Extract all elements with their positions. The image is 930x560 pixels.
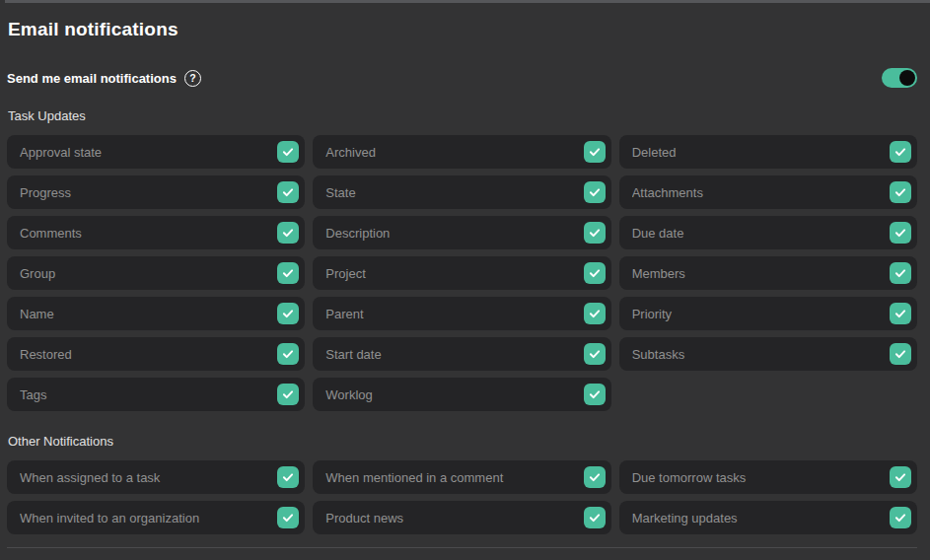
option-label: Group (20, 266, 277, 281)
option-label: When invited to an organization (20, 511, 277, 525)
checkbox-checked[interactable] (277, 222, 299, 244)
notification-option-row[interactable]: Tags (7, 378, 305, 411)
checkmark-icon (894, 511, 907, 525)
notification-option-row[interactable]: When mentioned in a comment (313, 460, 610, 494)
checkmark-icon (281, 511, 295, 525)
checkmark-icon (894, 185, 907, 199)
bottom-divider (7, 547, 917, 548)
section-label-other-notifications: Other Notifications (8, 434, 917, 449)
notification-option-row[interactable]: Deleted (619, 135, 917, 169)
notification-option-row[interactable]: Name (7, 297, 305, 330)
checkbox-checked[interactable] (584, 303, 606, 324)
notification-option-row[interactable]: When assigned to a task (7, 460, 305, 494)
checkmark-icon (281, 470, 295, 484)
checkbox-checked[interactable] (277, 141, 299, 163)
section-label-task-updates: Task Updates (8, 108, 917, 123)
checkbox-checked[interactable] (584, 343, 606, 365)
checkbox-checked[interactable] (277, 303, 299, 324)
checkbox-checked[interactable] (277, 384, 299, 405)
notification-option-row[interactable]: Worklog (313, 378, 610, 411)
option-label: When mentioned in a comment (325, 470, 583, 485)
notification-option-row[interactable]: Approval state (7, 135, 305, 169)
checkbox-checked[interactable] (584, 466, 606, 488)
option-label: Deleted (632, 145, 890, 160)
help-icon[interactable]: ? (184, 70, 201, 87)
option-label: Worklog (325, 387, 583, 402)
option-label: Tags (20, 387, 277, 402)
notification-option-row[interactable]: Priority (619, 297, 917, 330)
notification-option-row[interactable]: When invited to an organization (7, 501, 305, 534)
checkmark-icon (281, 226, 295, 240)
notification-option-row[interactable]: Restored (7, 337, 305, 371)
checkbox-checked[interactable] (890, 141, 911, 163)
other-notifications-grid: When assigned to a task When mentioned i… (7, 460, 917, 534)
notification-option-row[interactable]: Comments (7, 216, 305, 249)
checkbox-checked[interactable] (890, 507, 911, 528)
notification-option-row[interactable]: Due date (619, 216, 917, 249)
notification-option-row[interactable]: Parent (313, 297, 610, 330)
checkmark-icon (894, 226, 907, 240)
checkbox-checked[interactable] (890, 343, 911, 365)
checkmark-icon (281, 307, 295, 320)
checkbox-checked[interactable] (277, 507, 299, 528)
option-label: Marketing updates (632, 511, 890, 525)
checkbox-checked[interactable] (277, 466, 299, 488)
checkbox-checked[interactable] (584, 141, 606, 163)
checkmark-icon (588, 347, 602, 361)
checkbox-checked[interactable] (890, 466, 911, 488)
option-label: Attachments (632, 185, 890, 200)
email-notifications-toggle[interactable] (882, 68, 917, 88)
option-label: Members (632, 266, 890, 281)
option-label: Parent (325, 307, 583, 321)
checkmark-icon (588, 387, 602, 401)
checkbox-checked[interactable] (277, 343, 299, 365)
option-label: Due tomorrow tasks (632, 470, 890, 485)
checkmark-icon (588, 307, 602, 320)
notification-option-row[interactable]: Attachments (619, 175, 917, 209)
option-label: Start date (325, 347, 583, 362)
notification-option-row[interactable]: Progress (7, 175, 305, 209)
checkbox-checked[interactable] (890, 181, 911, 203)
notification-option-row[interactable]: Marketing updates (619, 501, 917, 534)
option-label: Subtasks (632, 347, 890, 362)
option-label: Priority (632, 307, 890, 321)
checkmark-icon (588, 145, 602, 159)
option-label: Archived (325, 145, 583, 160)
checkbox-checked[interactable] (277, 181, 299, 203)
checkbox-checked[interactable] (584, 384, 606, 405)
checkbox-checked[interactable] (584, 262, 606, 284)
notification-option-row[interactable]: Product news (313, 501, 610, 534)
checkbox-checked[interactable] (890, 262, 911, 284)
checkmark-icon (894, 145, 907, 159)
notification-option-row[interactable]: Subtasks (619, 337, 917, 371)
toggle-knob (899, 70, 915, 86)
option-label: Progress (20, 185, 277, 200)
option-label: Due date (632, 226, 890, 241)
option-label: Product news (325, 511, 583, 525)
checkmark-icon (281, 266, 295, 280)
task-updates-grid: Approval state Archived Deleted (7, 135, 917, 411)
email-notifications-panel: Email notifications Send me email notifi… (0, 19, 930, 548)
checkmark-icon (894, 307, 907, 320)
option-label: Comments (20, 226, 277, 241)
notification-option-row[interactable]: Members (619, 256, 917, 290)
notification-option-row[interactable]: Project (313, 256, 610, 290)
checkmark-icon (588, 511, 602, 525)
notification-option-row[interactable]: Group (7, 256, 305, 290)
notification-option-row[interactable]: Due tomorrow tasks (619, 460, 917, 494)
notification-option-row[interactable]: Archived (313, 135, 610, 169)
option-label: Restored (20, 347, 277, 362)
notification-option-row[interactable]: State (313, 175, 610, 209)
checkbox-checked[interactable] (890, 303, 911, 324)
checkmark-icon (281, 347, 295, 361)
notification-option-row[interactable]: Description (313, 216, 610, 249)
checkbox-checked[interactable] (890, 222, 911, 244)
checkmark-icon (894, 347, 907, 361)
top-divider (5, 0, 930, 3)
checkbox-checked[interactable] (277, 262, 299, 284)
checkbox-checked[interactable] (584, 222, 606, 244)
option-label: Project (325, 266, 583, 281)
checkbox-checked[interactable] (584, 507, 606, 528)
checkbox-checked[interactable] (584, 181, 606, 203)
notification-option-row[interactable]: Start date (313, 337, 610, 371)
